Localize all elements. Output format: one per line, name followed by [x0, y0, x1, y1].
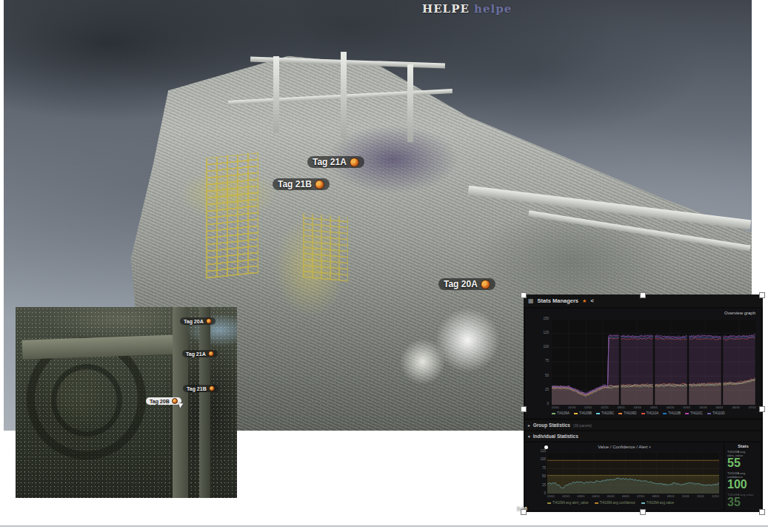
x-tick-label: 01/01	[552, 405, 559, 409]
tower-post	[341, 52, 347, 138]
x-tick-label: 05/16	[699, 405, 707, 409]
resize-handle-top-left[interactable]	[521, 292, 527, 298]
cursor-icon	[178, 402, 184, 408]
watermark-bold-text: HELPE	[422, 2, 470, 16]
chevron-right-icon: ▸	[528, 423, 530, 428]
legend-item[interactable]: TI4109B	[574, 411, 592, 415]
value-chart-svg	[547, 452, 719, 494]
gear-icon	[206, 318, 212, 324]
legend-swatch	[685, 413, 689, 414]
resize-handle-top-middle[interactable]	[640, 292, 646, 298]
row-label: Individual Statistics	[533, 434, 578, 439]
legend-item[interactable]: TI4109A avg confidence	[595, 501, 635, 505]
value-confidence-alert-panel: Value / Confidence / Alert ▾ 12510075502…	[525, 442, 724, 511]
y-tick-label: 75	[545, 359, 549, 363]
overview-chart-svg	[552, 319, 756, 405]
caret-down-icon: ▾	[649, 445, 651, 449]
resize-handle-middle-right[interactable]	[759, 406, 765, 412]
tag-marker-20a[interactable]: Tag 20A	[438, 278, 495, 290]
resize-handle-top-right[interactable]	[759, 292, 765, 298]
stats-panel-title: Stats	[727, 444, 759, 448]
stats-dashboard-panel[interactable]: ▦ Stats Managers ★ < Overview graph 1501…	[524, 294, 763, 512]
gear-icon	[350, 158, 359, 167]
legend-item[interactable]: TI4109D	[618, 411, 636, 415]
resize-handle-bottom-middle[interactable]	[640, 509, 646, 515]
tag-label: Tag 21A	[186, 351, 206, 357]
yellow-scaffold	[206, 152, 258, 278]
row-individual-statistics[interactable]: ▾ Individual Statistics	[525, 431, 761, 441]
share-icon[interactable]: <	[590, 298, 594, 304]
video-watermark: HELPE helpe	[422, 2, 512, 16]
legend-swatch	[618, 413, 622, 414]
y-tick-label: 25	[542, 483, 546, 487]
x-tick-label: 03/01	[618, 405, 625, 409]
application-window: Tag 21A Tag 21B Tag 20A HELPE helpe Tag …	[0, 0, 768, 532]
legend-item[interactable]: TI4109A	[552, 411, 570, 415]
tag-marker-21a-inset[interactable]: Tag 21A	[182, 350, 218, 357]
row-panel-count: (30 panels)	[573, 423, 592, 428]
x-tick-label: 02/01	[584, 405, 592, 409]
overview-graph-panel: Overview graph 1501251007550250 01/0101/…	[525, 309, 761, 418]
overview-y-axis: 1501251007550250	[525, 317, 549, 405]
star-icon[interactable]: ★	[582, 298, 587, 303]
legend-swatch	[574, 413, 578, 414]
tag-label: Tag 20A	[184, 319, 204, 324]
x-tick-label: 12/01	[712, 494, 719, 498]
stat-value: 35	[727, 496, 759, 509]
overview-chart-plot[interactable]	[552, 319, 756, 405]
page-separator-line	[0, 525, 768, 527]
y-tick-label: 50	[542, 474, 546, 478]
x-tick-label: 10/01	[682, 494, 689, 498]
overview-x-axis: 01/0101/1602/0102/1503/0103/1604/0104/16…	[552, 405, 756, 409]
legend-swatch	[596, 413, 600, 414]
pipe	[199, 307, 210, 498]
y-tick-label: 125	[543, 331, 549, 334]
y-tick-label: 125	[540, 449, 546, 453]
legend-item[interactable]: TI4110A	[641, 411, 659, 415]
tag-marker-21b[interactable]: Tag 21B	[273, 178, 330, 190]
tag-label: Tag 21A	[313, 157, 347, 167]
watermark-light-text: helpe	[474, 2, 512, 16]
grid-icon[interactable]: ▦	[528, 298, 534, 304]
tag-marker-20b-inset-selected[interactable]: Tag 20B	[146, 397, 181, 405]
stat-value: 100	[727, 479, 759, 491]
gear-icon	[315, 180, 324, 189]
pipe	[22, 335, 182, 360]
x-tick-label: 04/16	[667, 405, 674, 409]
value-legend: TI4109A avg alert_valueTI4109A avg confi…	[547, 501, 721, 505]
y-tick-label: 100	[540, 457, 546, 461]
legend-item[interactable]: TI4109A avg value	[641, 501, 674, 505]
resize-handle-bottom-left[interactable]	[521, 509, 527, 515]
tower-post	[273, 56, 279, 134]
legend-item[interactable]: TI4109C	[596, 411, 614, 415]
stats-singlestat-panel: Stats TI4109A avg alert_value 55 TI4109A…	[725, 442, 761, 511]
x-tick-label: 03/01	[577, 494, 584, 498]
legend-item[interactable]: TI4110D	[707, 411, 725, 415]
row-group-statistics[interactable]: ▸ Group Statistics (30 panels)	[525, 420, 761, 430]
tag-marker-21b-inset[interactable]: Tag 21B	[183, 385, 218, 392]
pointcloud-inset-viewport: Tag 20A Tag 21A Tag 21B Tag 20B	[16, 307, 237, 498]
row-label: Group Statistics	[533, 422, 570, 428]
resize-handle-bottom-right[interactable]	[759, 509, 765, 515]
dashboard-title: Stats Managers	[538, 297, 578, 304]
legend-item[interactable]: TI4109A avg alert_value	[547, 501, 589, 505]
value-chart-plot[interactable]	[547, 452, 719, 494]
value-x-axis: 01/0102/0103/0104/0105/0106/0107/0108/01…	[547, 494, 719, 498]
gear-icon	[208, 351, 214, 357]
x-tick-label: 06/01	[716, 405, 724, 409]
legend-item[interactable]: TI4110B	[663, 411, 681, 415]
gear-icon	[481, 280, 490, 289]
x-tick-label: 09/01	[667, 494, 675, 498]
tag-label: Tag 21B	[278, 179, 312, 189]
chevron-down-icon: ▾	[528, 434, 530, 439]
resize-handle-middle-left[interactable]	[521, 406, 527, 412]
legend-item[interactable]: TI4110C	[685, 411, 703, 415]
tower-post	[407, 64, 413, 142]
tag-marker-21a[interactable]: Tag 21A	[307, 156, 364, 168]
overview-panel-title[interactable]: Overview graph	[724, 311, 755, 315]
x-tick-label: 02/01	[562, 494, 570, 498]
value-panel-header[interactable]: Value / Confidence / Alert ▾	[525, 442, 724, 451]
gear-icon	[172, 398, 178, 404]
tag-marker-20a-inset[interactable]: Tag 20A	[180, 317, 216, 325]
y-tick-label: 0	[547, 402, 549, 405]
